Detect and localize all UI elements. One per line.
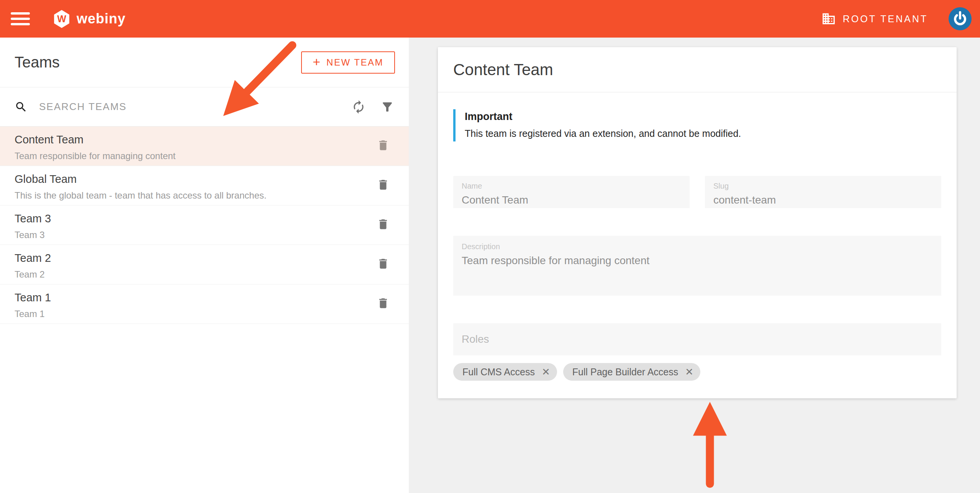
search-bar [0,87,409,127]
slug-field: Slug content-team [705,176,941,208]
team-name: Team 2 [15,252,363,265]
name-field: Name Content Team [453,176,690,208]
user-avatar[interactable] [949,7,972,30]
chip-label: Full CMS Access [462,366,535,378]
team-row-global-team[interactable]: Global Team This is the global team - te… [0,166,409,205]
delete-icon[interactable] [375,295,391,312]
chip-full-cms-access: Full CMS Access ✕ [453,363,557,381]
building-icon [821,12,836,26]
team-row-team-1[interactable]: Team 1 Team 1 [0,284,409,324]
chip-label: Full Page Builder Access [572,366,678,378]
name-field-label: Name [462,182,681,191]
roles-field-label: Roles [462,333,489,345]
team-details-card: Content Team Important This team is regi… [438,47,957,398]
description-field-value: Team responsible for managing content [462,255,933,267]
team-description: This is the global team - team that has … [15,190,363,201]
description-field-label: Description [462,242,933,251]
team-details-title: Content Team [453,61,553,79]
close-icon[interactable]: ✕ [683,366,696,378]
slug-field-value: content-team [713,194,933,206]
teams-list-panel: Teams + NEW TEAM [0,38,409,493]
page-title: Teams [15,54,60,71]
delete-icon[interactable] [375,256,391,273]
team-details-area: Content Team Important This team is regi… [409,38,980,493]
menu-icon[interactable] [11,11,30,26]
important-alert: Important This team is registered via an… [453,109,941,141]
team-name: Content Team [15,133,363,146]
delete-icon[interactable] [375,216,391,233]
team-row-content-team[interactable]: Content Team Team responsible for managi… [0,127,409,166]
description-field: Description Team responsible for managin… [453,236,941,296]
search-icon [15,100,28,113]
plus-icon: + [313,55,320,68]
tenant-label: ROOT TENANT [843,13,928,25]
slug-field-label: Slug [713,182,933,191]
filter-icon[interactable] [380,100,394,114]
team-description: Team responsible for managing content [15,151,363,161]
alert-message: This team is registered via an extension… [465,128,941,139]
name-field-value: Content Team [462,194,681,206]
team-name: Team 3 [15,212,363,225]
brand-wordmark: webiny [77,11,126,27]
roles-field: Roles [453,323,941,355]
svg-text:W: W [57,13,66,24]
webiny-hexagon-icon: W [54,10,70,28]
team-name: Team 1 [15,291,363,304]
team-list: Content Team Team responsible for managi… [0,127,409,493]
close-icon[interactable]: ✕ [539,366,552,378]
tenant-selector[interactable]: ROOT TENANT [821,12,928,26]
team-name: Global Team [15,173,363,186]
alert-title: Important [465,111,941,123]
webiny-logo: W webiny [54,10,126,28]
role-chips: Full CMS Access ✕ Full Page Builder Acce… [453,363,941,381]
refresh-icon[interactable] [351,100,366,114]
new-team-button[interactable]: + NEW TEAM [301,51,395,74]
new-team-button-label: NEW TEAM [326,57,383,68]
search-input[interactable] [39,101,351,113]
app-bar: W webiny ROOT TENANT [0,0,980,38]
team-description: Team 3 [15,230,363,240]
delete-icon[interactable] [375,137,391,154]
team-description: Team 1 [15,309,363,319]
team-description: Team 2 [15,269,363,280]
delete-icon[interactable] [375,177,391,194]
team-row-team-2[interactable]: Team 2 Team 2 [0,245,409,284]
team-row-team-3[interactable]: Team 3 Team 3 [0,205,409,245]
chip-full-page-builder-access: Full Page Builder Access ✕ [563,363,700,381]
